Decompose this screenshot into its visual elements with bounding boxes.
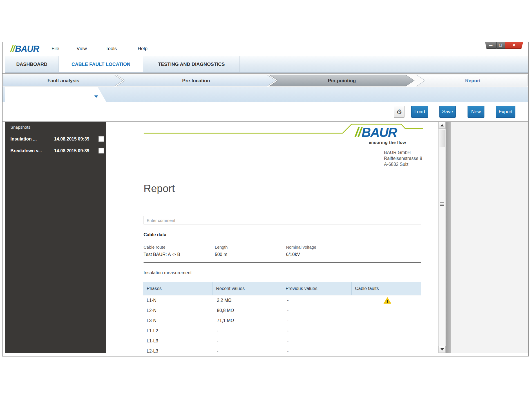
cell-phase: L2-L3	[143, 346, 214, 353]
breadcrumb-step-fault-analysis[interactable]: Fault analysis	[3, 75, 123, 86]
breadcrumb-step-pin-pointing[interactable]: Pin-pointing	[269, 75, 414, 86]
app-window: //BAUR File View Tools Help — ❐ ✕ DASHBO…	[2, 42, 529, 356]
export-button[interactable]: Export	[496, 106, 515, 118]
save-button[interactable]: Save	[439, 106, 456, 118]
new-button[interactable]: New	[468, 106, 484, 118]
cell-phase: L3-N	[143, 316, 214, 326]
cell-fault	[354, 316, 421, 326]
table-row: L2-N 80,8 MΩ -	[143, 306, 421, 316]
menu-file[interactable]: File	[52, 46, 59, 52]
cell-recent: 71,1 MΩ	[214, 316, 284, 326]
arrow-up-icon	[441, 124, 444, 126]
report-page: //BAUR ensuring the flow BAUR GmbH Raiff…	[106, 122, 438, 353]
gear-icon: ⚙	[396, 108, 402, 115]
company-street: Raiffeisenstrasse 8	[384, 155, 422, 161]
svg-text:Report: Report	[465, 78, 480, 83]
page-edge-shadow	[446, 122, 451, 353]
snapshot-name: Breakdown v...	[10, 148, 42, 153]
cell-previous: -	[284, 336, 354, 346]
snapshots-sidebar: Snapshots Insulation ... 14.08.2015 09:3…	[5, 122, 106, 353]
field-label: Length	[215, 245, 285, 249]
menu-help[interactable]: Help	[138, 46, 147, 52]
cell-phase: L1-L2	[143, 326, 214, 336]
baur-logo-slashes-icon: //	[355, 125, 361, 140]
document-tab-row	[3, 87, 528, 102]
cell-recent: 2,2 MΩ	[214, 295, 284, 306]
tab-testing-and-diagnostics[interactable]: TESTING AND DIAGNOSTICS	[143, 56, 240, 73]
menu-tools[interactable]: Tools	[106, 46, 117, 52]
table-row: L3-N 71,1 MΩ -	[143, 316, 421, 326]
right-panel	[451, 122, 528, 353]
table-body: L1-N 2,2 MΩ - ! L2-N 80,8 MΩ -	[143, 295, 421, 353]
column-header: Phases	[143, 282, 213, 295]
snapshot-name: Insulation ...	[10, 137, 37, 142]
workflow-breadcrumb: Fault analysis Pre-location Pin-pointing…	[3, 74, 528, 87]
breadcrumb-step-report[interactable]: Report	[417, 75, 527, 86]
table-row: L1-N 2,2 MΩ - !	[143, 295, 421, 306]
document-tab[interactable]	[5, 87, 106, 102]
load-button[interactable]: Load	[411, 106, 428, 118]
content-area: Snapshots Insulation ... 14.08.2015 09:3…	[3, 122, 528, 353]
svg-text:Fault analysis: Fault analysis	[48, 78, 79, 83]
comment-input[interactable]	[144, 216, 421, 224]
baur-logo: //BAUR	[10, 44, 39, 54]
tabstrip-filler	[240, 56, 528, 73]
vertical-scrollbar[interactable]	[438, 122, 446, 353]
insulation-table: Phases Recent values Previous values Cab…	[143, 282, 421, 353]
arrow-down-icon	[441, 348, 444, 351]
snapshot-checkbox[interactable]	[99, 148, 104, 153]
report-title: Report	[144, 183, 175, 195]
baur-logo-text: BAUR	[362, 125, 397, 140]
cell-fault	[354, 326, 421, 336]
table-header-row: Phases Recent values Previous values Cab…	[143, 282, 421, 295]
cell-recent: -	[214, 326, 284, 336]
field-value: 500 m	[215, 252, 285, 257]
cell-recent: 80,8 MΩ	[214, 306, 284, 316]
field-length: Length 500 m	[215, 245, 285, 257]
breadcrumb-step-pre-location[interactable]: Pre-location	[117, 75, 276, 86]
insulation-heading: Insulation measurement	[144, 270, 192, 275]
cell-phase: L1-L3	[143, 336, 214, 346]
logo-tagline: ensuring the flow	[369, 140, 405, 145]
cell-previous: -	[284, 306, 354, 316]
table-row: L1-L3 - -	[143, 336, 421, 346]
table-row: L1-L2 - -	[143, 326, 421, 336]
field-value: Test BAUR: A -> B	[144, 252, 214, 257]
snapshot-item-insulation[interactable]: Insulation ... 14.08.2015 09:39	[5, 136, 106, 143]
cell-fault	[354, 346, 421, 353]
field-label: Nominal voltage	[286, 245, 356, 249]
dropdown-caret-icon[interactable]	[94, 95, 98, 98]
tab-dashboard[interactable]: DASHBOARD	[5, 56, 59, 73]
column-header: Cable faults	[352, 282, 421, 295]
cell-fault	[354, 336, 421, 346]
cell-previous: -	[284, 326, 354, 336]
cell-previous: -	[284, 316, 354, 326]
company-address: BAUR GmbH Raiffeisenstrasse 8 A-6832 Sul…	[384, 150, 422, 167]
main-tabstrip: DASHBOARD CABLE FAULT LOCATION TESTING A…	[3, 56, 528, 73]
cell-phase: L1-N	[143, 295, 214, 306]
report-baur-logo: //BAUR	[355, 125, 397, 139]
scroll-up-button[interactable]	[439, 122, 446, 129]
splitter-grip-icon[interactable]	[440, 202, 444, 207]
minimize-button[interactable]: —	[485, 42, 497, 49]
settings-button[interactable]: ⚙	[394, 106, 404, 118]
menu-view[interactable]: View	[77, 46, 87, 52]
titlebar: //BAUR File View Tools Help — ❐ ✕	[3, 42, 528, 56]
cell-previous: -	[284, 346, 354, 353]
warning-icon: !	[383, 297, 391, 304]
scroll-down-button[interactable]	[439, 346, 446, 353]
tab-cable-fault-location[interactable]: CABLE FAULT LOCATION	[59, 56, 143, 73]
snapshot-item-breakdown[interactable]: Breakdown v... 14.08.2015 09:39	[5, 148, 106, 155]
section-divider	[144, 262, 421, 263]
maximize-button[interactable]: ❐	[497, 42, 505, 49]
baur-logo-text: BAUR	[15, 44, 39, 54]
close-button[interactable]: ✕	[505, 42, 523, 49]
window-controls: — ❐ ✕	[485, 42, 523, 49]
baur-logo-slashes-icon: //	[10, 44, 15, 54]
snapshot-date: 14.08.2015 09:39	[54, 137, 89, 142]
snapshots-title: Snapshots	[10, 125, 30, 130]
snapshot-checkbox[interactable]	[99, 136, 104, 142]
column-header: Recent values	[213, 282, 282, 295]
scrollbar-thumb[interactable]	[439, 130, 445, 147]
report-toolbar: ⚙ Load Save New Export	[3, 102, 528, 122]
